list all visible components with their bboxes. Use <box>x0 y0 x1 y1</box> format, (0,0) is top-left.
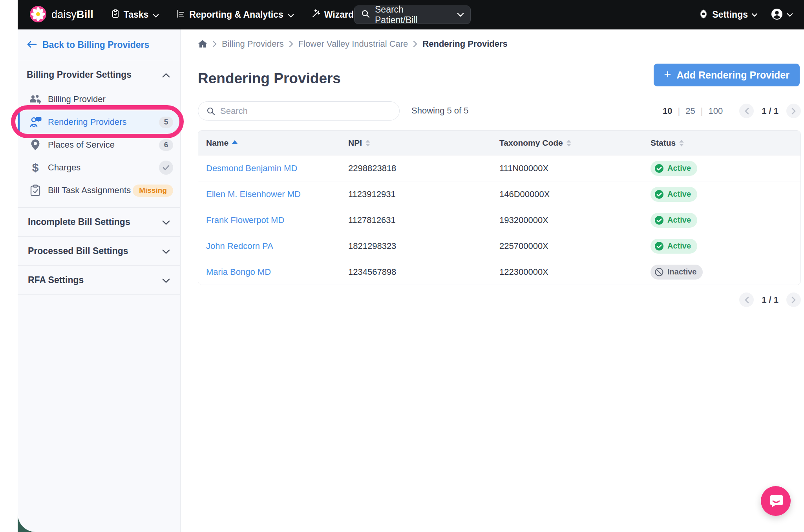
section-label: Billing Provider Settings <box>27 69 132 80</box>
search-input[interactable] <box>220 106 391 116</box>
sidebar-items: Billing Provider Rendering Providers 5 <box>18 88 180 207</box>
prev-page-button[interactable] <box>739 293 754 307</box>
taxonomy-value: 193200000X <box>499 215 548 225</box>
column-header-name[interactable]: Name <box>206 138 348 148</box>
page-indicator: 1 / 1 <box>762 106 778 116</box>
table-search[interactable] <box>198 101 400 121</box>
table-row[interactable]: John Redcorn PA 1821298323 225700000X Ac… <box>198 233 800 259</box>
status-label: Active <box>667 164 691 173</box>
next-page-button[interactable] <box>786 104 801 118</box>
app-window: daisyBill Tasks <box>0 0 804 532</box>
status-label: Active <box>667 190 691 199</box>
sort-icon <box>365 140 370 146</box>
breadcrumb: Billing Providers Flower Valley Industri… <box>198 39 508 49</box>
count-badge: 6 <box>159 139 173 151</box>
section-incomplete-bill-settings[interactable]: Incomplete Bill Settings <box>18 208 180 236</box>
status-badge: Active <box>651 187 697 202</box>
page-indicator: 1 / 1 <box>762 295 778 305</box>
table-header: Name NPI Taxonomy Code Status <box>198 131 800 155</box>
pagination-controls: 10 | 25 | 100 1 / 1 <box>663 101 801 121</box>
page-size-100[interactable]: 100 <box>708 106 723 116</box>
clipboard-check-icon <box>29 185 42 196</box>
sidebar-item-places-of-service[interactable]: Places of Service 6 <box>18 133 180 156</box>
count-badge: 5 <box>159 117 173 128</box>
prev-page-button[interactable] <box>739 104 754 118</box>
arrow-left-icon <box>27 40 37 50</box>
search-icon <box>361 9 370 21</box>
doctor-chat-icon <box>29 116 42 128</box>
dollar-icon: $ <box>29 161 42 174</box>
nav-reporting[interactable]: Reporting & Analytics <box>176 9 294 21</box>
table-row[interactable]: Desmond Benjamin MD 2298823818 111N00000… <box>198 155 800 181</box>
divider: | <box>701 106 703 116</box>
global-search-button[interactable]: Search Patient/Bill <box>354 5 471 24</box>
status-badge: Active <box>651 239 697 254</box>
status-label: Active <box>667 241 691 250</box>
divider <box>18 294 180 295</box>
nav-tasks-label: Tasks <box>124 9 149 20</box>
provider-name-link[interactable]: Frank Flowerpot MD <box>206 215 284 225</box>
sidebar-item-rendering-providers[interactable]: Rendering Providers 5 <box>18 111 180 133</box>
nav-tasks[interactable]: Tasks <box>111 9 159 21</box>
back-to-billing-providers-link[interactable]: Back to Billing Providers <box>18 29 180 60</box>
sidebar-item-label: Bill Task Assignments <box>48 185 133 196</box>
main-content: Billing Providers Flower Valley Industri… <box>181 29 804 532</box>
sidebar-item-label: Charges <box>48 163 159 173</box>
chevron-down-icon <box>787 13 793 17</box>
section-processed-bill-settings[interactable]: Processed Bill Settings <box>18 237 180 265</box>
column-header-status[interactable]: Status <box>651 138 800 148</box>
user-menu[interactable] <box>771 8 793 22</box>
add-rendering-provider-button[interactable]: + Add Rendering Provider <box>654 64 800 86</box>
npi-value: 1234567898 <box>348 267 396 277</box>
status-badge: Active <box>651 213 697 228</box>
breadcrumb-billing-providers[interactable]: Billing Providers <box>222 39 284 49</box>
map-pin-icon <box>29 139 42 151</box>
npi-value: 2298823818 <box>348 163 396 173</box>
section-rfa-settings[interactable]: RFA Settings <box>18 266 180 294</box>
table-row[interactable]: Maria Bongo MD 1234567898 122300000X Ina… <box>198 259 800 285</box>
next-page-button[interactable] <box>786 293 801 307</box>
provider-name-link[interactable]: Maria Bongo MD <box>206 267 271 277</box>
column-label: NPI <box>348 138 362 148</box>
slash-circle-icon <box>654 267 664 277</box>
check-circle-icon <box>654 241 664 251</box>
column-header-taxonomy[interactable]: Taxonomy Code <box>499 138 651 148</box>
npi-value: 1123912931 <box>348 189 396 199</box>
npi-value: 1127812631 <box>348 215 396 225</box>
provider-name-link[interactable]: John Redcorn PA <box>206 241 273 251</box>
breadcrumb-current: Rendering Providers <box>422 39 507 49</box>
breadcrumb-billing-provider-name[interactable]: Flower Valley Industrial Care <box>298 39 408 49</box>
check-circle-icon <box>654 190 664 199</box>
page-size-10[interactable]: 10 <box>663 106 672 116</box>
sidebar-item-bill-task-assignments[interactable]: Bill Task Assignments Missing <box>18 179 180 202</box>
chevron-up-icon <box>162 69 170 80</box>
daisy-logo-icon <box>29 5 47 24</box>
clipboard-icon <box>111 9 120 21</box>
bottom-pagination: 1 / 1 <box>739 293 801 307</box>
check-circle-icon <box>654 164 664 173</box>
page-size-25[interactable]: 25 <box>685 106 695 116</box>
nav-settings[interactable]: Settings <box>698 9 758 21</box>
provider-name-link[interactable]: Ellen M. Eisenhower MD <box>206 189 301 199</box>
taxonomy-value: 146D00000X <box>499 189 550 199</box>
section-billing-provider-settings[interactable]: Billing Provider Settings <box>18 60 180 88</box>
chat-widget-button[interactable] <box>761 486 791 516</box>
sidebar: Back to Billing Providers Billing Provid… <box>18 29 181 532</box>
chevron-right-icon <box>212 40 217 48</box>
column-header-npi[interactable]: NPI <box>348 138 499 148</box>
table-row[interactable]: Frank Flowerpot MD 1127812631 193200000X… <box>198 207 800 233</box>
sidebar-item-charges[interactable]: $ Charges <box>18 156 180 179</box>
home-icon[interactable] <box>198 40 207 48</box>
nav-settings-label: Settings <box>712 9 748 20</box>
table-row[interactable]: Ellen M. Eisenhower MD 1123912931 146D00… <box>198 181 800 207</box>
column-label: Name <box>206 138 228 148</box>
chevron-down-icon <box>162 217 170 227</box>
brand-logo[interactable]: daisyBill <box>29 5 93 24</box>
chevron-right-icon <box>289 40 293 48</box>
gear-icon <box>698 9 709 21</box>
provider-name-link[interactable]: Desmond Benjamin MD <box>206 163 297 173</box>
user-avatar-icon <box>771 8 783 22</box>
sidebar-item-billing-provider[interactable]: Billing Provider <box>18 88 180 111</box>
npi-value: 1821298323 <box>348 241 396 251</box>
status-label: Active <box>667 216 691 225</box>
